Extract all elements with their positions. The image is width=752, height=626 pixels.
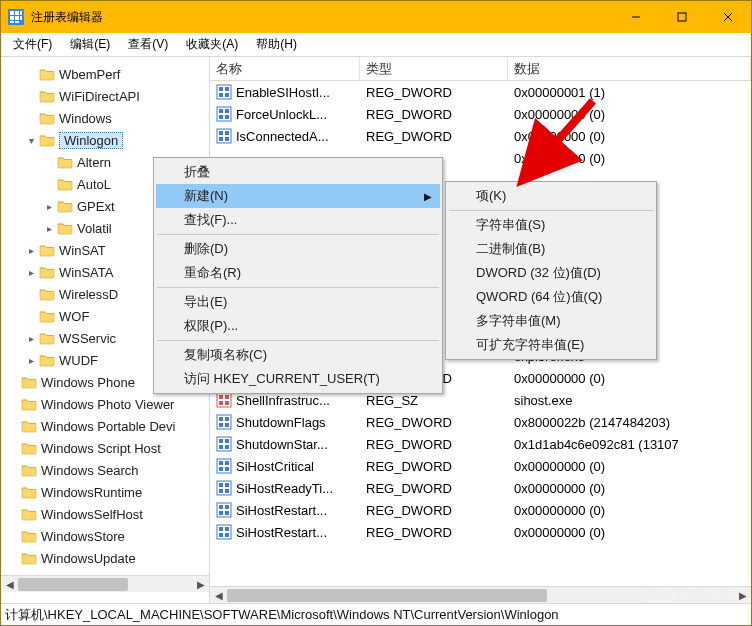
menu-item[interactable]: 可扩充字符串值(E) <box>448 333 654 357</box>
value-data: 0x8000022b (2147484203) <box>508 415 751 430</box>
expand-icon[interactable] <box>7 486 19 498</box>
value-row[interactable]: IsConnectedA...REG_DWORD0x00000000 (0) <box>210 125 751 147</box>
expand-icon[interactable]: ▸ <box>43 222 55 234</box>
tree-item[interactable]: WindowsSelfHost <box>1 503 209 525</box>
value-data: 0x00000000 (0) <box>508 525 751 540</box>
list-hscrollbar[interactable]: ◀ ▶ <box>210 586 751 603</box>
column-header[interactable]: 名称 类型 数据 <box>210 57 751 81</box>
titlebar[interactable]: 注册表编辑器 <box>1 1 751 33</box>
value-row[interactable]: SiHostCriticalREG_DWORD0x00000000 (0) <box>210 455 751 477</box>
tree-item[interactable]: WiFiDirectAPI <box>1 85 209 107</box>
value-row[interactable]: ShutdownFlagsREG_DWORD0x8000022b (214748… <box>210 411 751 433</box>
tree-item[interactable]: WindowsRuntime <box>1 481 209 503</box>
menu-item[interactable]: 查找(F)... <box>156 208 440 232</box>
scroll-left-icon[interactable]: ◀ <box>1 576 18 593</box>
tree-item[interactable]: Windows Photo Viewer <box>1 393 209 415</box>
menu-item[interactable]: 访问 HKEY_CURRENT_USER(T) <box>156 367 440 391</box>
menu-item[interactable]: 文件(F) <box>5 33 60 56</box>
value-type: REG_DWORD <box>360 415 508 430</box>
menu-item[interactable]: 收藏夹(A) <box>178 33 246 56</box>
maximize-button[interactable] <box>659 1 705 33</box>
menu-item[interactable]: 导出(E) <box>156 290 440 314</box>
menu-item[interactable]: 帮助(H) <box>248 33 305 56</box>
expand-icon[interactable] <box>7 464 19 476</box>
tree-item[interactable]: WindowsStore <box>1 525 209 547</box>
scroll-left-icon[interactable]: ◀ <box>210 587 227 604</box>
minimize-button[interactable] <box>613 1 659 33</box>
folder-icon <box>39 309 55 323</box>
expand-icon[interactable] <box>25 288 37 300</box>
expand-icon[interactable] <box>7 376 19 388</box>
expand-icon[interactable] <box>25 90 37 102</box>
value-name: SiHostRestart... <box>236 525 327 540</box>
menu-item[interactable]: 查看(V) <box>120 33 176 56</box>
menu-item[interactable]: 折叠 <box>156 160 440 184</box>
menu-item[interactable]: 复制项名称(C) <box>156 343 440 367</box>
scroll-right-icon[interactable]: ▶ <box>734 587 751 604</box>
expand-icon[interactable]: ▸ <box>25 244 37 256</box>
expand-icon[interactable] <box>43 156 55 168</box>
menu-item[interactable]: 字符串值(S) <box>448 213 654 237</box>
menu-item[interactable]: QWORD (64 位)值(Q) <box>448 285 654 309</box>
menu-item[interactable]: 删除(D) <box>156 237 440 261</box>
expand-icon[interactable] <box>7 508 19 520</box>
value-row[interactable]: SiHostReadyTi...REG_DWORD0x00000000 (0) <box>210 477 751 499</box>
menu-item[interactable]: 编辑(E) <box>62 33 118 56</box>
scroll-right-icon[interactable]: ▶ <box>192 576 209 593</box>
column-data[interactable]: 数据 <box>508 57 751 80</box>
svg-rect-60 <box>225 505 229 509</box>
tree-item[interactable]: Windows Search <box>1 459 209 481</box>
tree-item-label: WiFiDirectAPI <box>59 89 146 104</box>
svg-rect-15 <box>225 87 229 91</box>
svg-rect-36 <box>219 401 223 405</box>
expand-icon[interactable] <box>7 530 19 542</box>
context-menu[interactable]: 折叠新建(N)▶查找(F)...删除(D)重命名(R)导出(E)权限(P)...… <box>153 157 443 394</box>
scroll-thumb[interactable] <box>18 578 128 591</box>
submenu-new[interactable]: 项(K)字符串值(S)二进制值(B)DWORD (32 位)值(D)QWORD … <box>445 181 657 360</box>
column-type[interactable]: 类型 <box>360 57 508 80</box>
expand-icon[interactable]: ▾ <box>25 134 37 146</box>
expand-icon[interactable]: ▸ <box>25 332 37 344</box>
value-row[interactable]: SiHostRestart...REG_DWORD0x00000000 (0) <box>210 499 751 521</box>
tree-item[interactable]: ▾Winlogon <box>1 129 209 151</box>
column-name[interactable]: 名称 <box>210 57 360 80</box>
svg-rect-20 <box>225 109 229 113</box>
window-title: 注册表编辑器 <box>31 9 613 26</box>
scroll-thumb[interactable] <box>227 589 547 602</box>
expand-icon[interactable] <box>7 442 19 454</box>
close-button[interactable] <box>705 1 751 33</box>
menu-item[interactable]: 二进制值(B) <box>448 237 654 261</box>
menu-item[interactable]: 多字符串值(M) <box>448 309 654 333</box>
expand-icon[interactable] <box>7 552 19 564</box>
menu-item[interactable]: 项(K) <box>448 184 654 208</box>
tree-item[interactable]: WindowsUpdate <box>1 547 209 569</box>
expand-icon[interactable] <box>25 68 37 80</box>
value-row[interactable]: ForceUnlockL...REG_DWORD0x00000000 (0) <box>210 103 751 125</box>
tree-item[interactable]: Windows <box>1 107 209 129</box>
folder-icon <box>39 133 55 147</box>
expand-icon[interactable] <box>25 112 37 124</box>
expand-icon[interactable]: ▸ <box>43 200 55 212</box>
value-row[interactable]: SiHostRestart...REG_DWORD0x00000000 (0) <box>210 521 751 543</box>
folder-icon <box>39 331 55 345</box>
expand-icon[interactable] <box>7 398 19 410</box>
value-row[interactable]: ShutdownStar...REG_DWORD0x1d1ab4c6e092c8… <box>210 433 751 455</box>
value-name: ShutdownStar... <box>236 437 328 452</box>
tree-item[interactable]: WbemPerf <box>1 63 209 85</box>
folder-icon <box>39 111 55 125</box>
menu-item[interactable]: 重命名(R) <box>156 261 440 285</box>
value-data: 0x00000000 (0) <box>508 459 751 474</box>
expand-icon[interactable]: ▸ <box>25 354 37 366</box>
folder-icon <box>21 485 37 499</box>
tree-item[interactable]: Windows Portable Devi <box>1 415 209 437</box>
tree-item[interactable]: Windows Script Host <box>1 437 209 459</box>
menu-item[interactable]: 新建(N)▶ <box>156 184 440 208</box>
menu-item[interactable]: 权限(P)... <box>156 314 440 338</box>
menu-item[interactable]: DWORD (32 位)值(D) <box>448 261 654 285</box>
expand-icon[interactable] <box>43 178 55 190</box>
value-row[interactable]: EnableSIHostI...REG_DWORD0x00000001 (1) <box>210 81 751 103</box>
expand-icon[interactable] <box>25 310 37 322</box>
expand-icon[interactable]: ▸ <box>25 266 37 278</box>
tree-hscrollbar[interactable]: ◀ ▶ <box>1 575 209 592</box>
expand-icon[interactable] <box>7 420 19 432</box>
